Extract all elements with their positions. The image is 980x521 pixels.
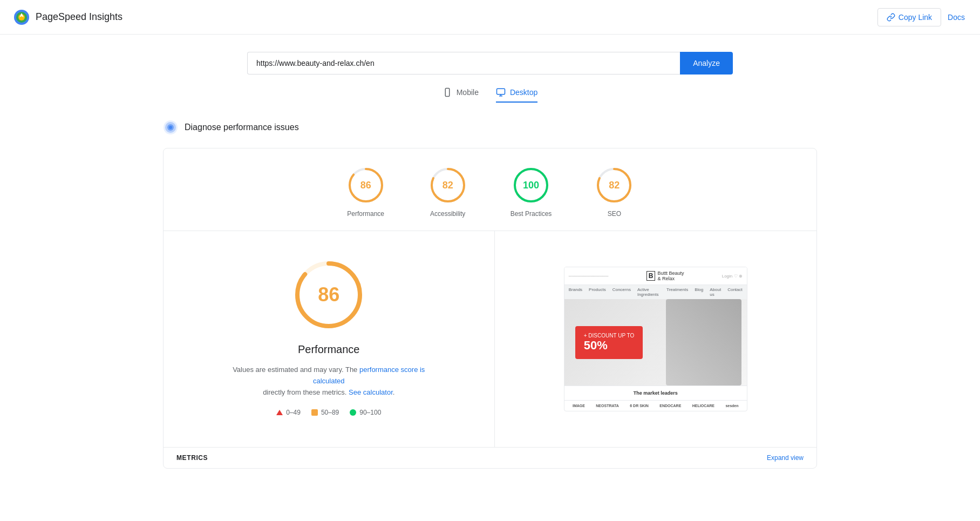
nav-concerns: Concerns — [612, 287, 631, 297]
screenshot-footer: The market leaders — [564, 385, 747, 400]
screenshot-header: ───────────── B Buttt Beauty& Relax Logi… — [564, 267, 747, 285]
brand-neostrata: NEOSTRATA — [596, 404, 619, 408]
copy-link-button[interactable]: Copy Link — [877, 8, 941, 26]
desktop-icon — [496, 87, 506, 97]
mode-tabs: Mobile Desktop — [163, 87, 817, 103]
legend-label-average: 50–89 — [321, 409, 339, 416]
pass-icon — [350, 409, 356, 416]
legend-label-pass: 90–100 — [359, 409, 381, 416]
large-score-value: 86 — [318, 283, 339, 306]
scores-row: 86 Performance 82 Accessibility — [164, 148, 816, 231]
detail-section: 86 Performance Values are estimated and … — [164, 231, 816, 447]
score-label-best-practices: Best Practices — [511, 210, 552, 218]
header: PageSpeed Insights Copy Link Docs — [0, 0, 980, 35]
screenshot-hero: + DISCOUNT UP TO 50% — [564, 299, 747, 385]
expand-view-button[interactable]: Expand view — [767, 454, 804, 462]
diagnose-section: Diagnose performance issues — [163, 120, 817, 135]
score-value-best-practices: 100 — [523, 180, 539, 191]
tab-mobile-label: Mobile — [457, 88, 479, 97]
nav-contact: Contact — [727, 287, 743, 297]
diagnose-title: Diagnose performance issues — [185, 123, 299, 132]
copy-link-label: Copy Link — [899, 13, 932, 22]
tab-desktop-label: Desktop — [510, 88, 537, 97]
score-label-performance: Performance — [347, 210, 384, 218]
main-content: Analyze Mobile Desktop Diagn — [150, 35, 830, 486]
nav-products: Products — [589, 287, 606, 297]
score-value-seo: 82 — [609, 180, 620, 191]
brand-skin-centre: 6 DR SKIN — [630, 404, 649, 408]
legend-label-fail: 0–49 — [286, 409, 301, 416]
screenshot-logo: B Buttt Beauty& Relax — [646, 270, 684, 281]
nav-about: About us — [710, 287, 721, 297]
url-bar-section: Analyze — [163, 52, 817, 75]
legend-item-average: 50–89 — [311, 409, 339, 416]
metrics-label: METRICS — [176, 454, 208, 462]
score-item-accessibility[interactable]: 82 Accessibility — [428, 166, 467, 218]
diagnose-icon — [163, 120, 178, 135]
svg-rect-5 — [496, 89, 505, 94]
logo-area: PageSpeed Insights — [13, 9, 122, 26]
nav-blog: Blog — [695, 287, 703, 297]
score-item-performance[interactable]: 86 Performance — [346, 166, 385, 218]
svg-rect-3 — [445, 89, 450, 97]
brand-heliocare: HELIOCARE — [692, 404, 714, 408]
screenshot-logo-text: Buttt Beauty& Relax — [657, 270, 684, 281]
score-label-seo: SEO — [608, 210, 621, 218]
tab-mobile[interactable]: Mobile — [443, 87, 479, 103]
score-circle-seo: 82 — [595, 166, 634, 205]
desc-link2[interactable]: See calculator — [349, 388, 393, 396]
legend-item-pass: 90–100 — [350, 409, 381, 416]
score-value-accessibility: 82 — [443, 180, 453, 191]
detail-title: Performance — [298, 343, 360, 356]
screenshot-woman — [666, 299, 741, 385]
app-title: PageSpeed Insights — [36, 11, 122, 23]
legend-item-fail: 0–49 — [276, 409, 301, 416]
large-score-circle: 86 — [291, 257, 366, 333]
screenshot-preview: ───────────── B Buttt Beauty& Relax Logi… — [564, 267, 747, 411]
legend: 0–49 50–89 90–100 — [276, 409, 381, 416]
score-label-accessibility: Accessibility — [430, 210, 465, 218]
nav-brands: Brands — [569, 287, 582, 297]
docs-link[interactable]: Docs — [945, 9, 967, 26]
brand-image: IMAGE — [573, 404, 585, 408]
screenshot-logo-b: B — [646, 271, 656, 281]
score-value-performance: 86 — [360, 180, 371, 191]
score-item-best-practices[interactable]: 100 Best Practices — [511, 166, 552, 218]
results-card: 86 Performance 82 Accessibility — [163, 148, 817, 469]
link-icon — [887, 13, 895, 22]
screenshot-nav: Brands Products Concerns Active Ingredie… — [564, 285, 747, 299]
analyze-button[interactable]: Analyze — [680, 52, 733, 75]
detail-left: 86 Performance Values are estimated and … — [164, 231, 495, 447]
score-circle-performance: 86 — [346, 166, 385, 205]
fail-icon — [276, 410, 283, 415]
metrics-bar: METRICS Expand view — [164, 447, 816, 468]
detail-description: Values are estimated and may vary. The p… — [232, 364, 426, 398]
average-icon — [311, 409, 318, 416]
score-item-seo[interactable]: 82 SEO — [595, 166, 634, 218]
mobile-icon — [443, 87, 452, 97]
screenshot-badge: + DISCOUNT UP TO 50% — [575, 326, 643, 359]
tab-desktop[interactable]: Desktop — [496, 87, 537, 103]
detail-right: ───────────── B Buttt Beauty& Relax Logi… — [495, 231, 817, 447]
brand-endocare: ENDOCARE — [659, 404, 681, 408]
svg-point-11 — [169, 126, 172, 129]
desc-prefix: Values are estimated and may vary. The — [233, 366, 357, 374]
score-circle-best-practices: 100 — [512, 166, 550, 205]
brand-sesden: sesden — [725, 404, 738, 408]
nav-ingredients: Active Ingredients — [637, 287, 660, 297]
url-bar-wrapper: Analyze — [247, 52, 733, 75]
url-input[interactable] — [247, 52, 680, 75]
pagespeed-logo-icon — [13, 9, 30, 26]
score-circle-accessibility: 82 — [428, 166, 467, 205]
header-actions: Copy Link Docs — [877, 8, 967, 26]
screenshot-brands: IMAGE NEOSTRATA 6 DR SKIN ENDOCARE HELIO… — [564, 400, 747, 411]
nav-treatments: Treatments — [666, 287, 688, 297]
desc-middle: directly from these metrics. — [263, 388, 346, 396]
desc-suffix: . — [393, 388, 395, 396]
